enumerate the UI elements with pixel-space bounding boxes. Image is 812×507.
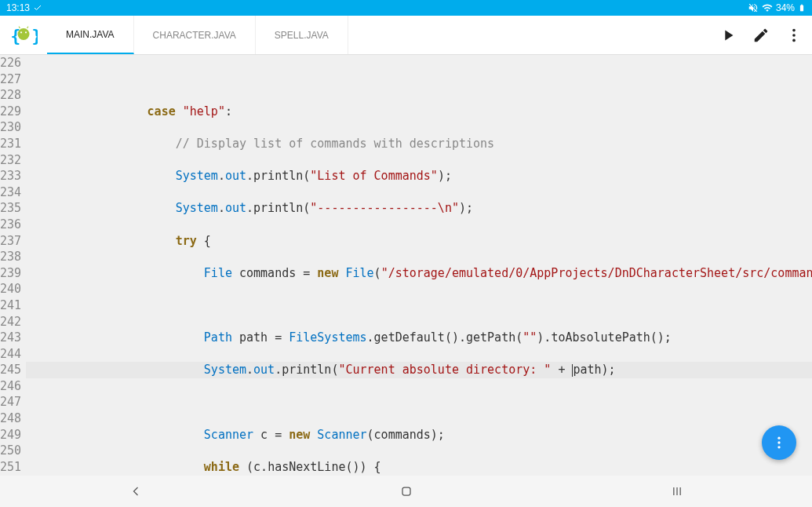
string: "help" — [183, 104, 225, 119]
line-number: 249 — [0, 427, 21, 443]
svg-point-9 — [792, 38, 796, 42]
line-number: 227 — [0, 71, 21, 88]
var: commands — [239, 266, 296, 280]
fab-more-button[interactable] — [762, 425, 796, 460]
svg-point-11 — [777, 441, 780, 443]
line-number: 234 — [0, 184, 21, 201]
method: getDefault — [374, 330, 445, 345]
battery-percent: 34% — [776, 2, 795, 13]
method: hasNextLine — [268, 460, 345, 474]
line-number: 232 — [0, 152, 21, 169]
battery-icon — [798, 2, 806, 13]
type: Scanner — [317, 428, 366, 442]
svg-point-3 — [25, 31, 27, 33]
svg-point-1 — [18, 28, 30, 40]
code-area[interactable]: case "help": // Display list of commands… — [26, 55, 812, 476]
line-number: 240 — [0, 281, 21, 297]
back-button[interactable] — [128, 483, 144, 499]
tab-character[interactable]: CHARACTER.JAVA — [134, 16, 256, 54]
line-number: 226 — [0, 55, 21, 71]
mute-icon — [748, 2, 759, 13]
line-number: 251 — [0, 459, 21, 476]
system-nav-bar — [0, 476, 812, 507]
tab-main-label: MAIN.JAVA — [66, 29, 115, 40]
string: "List of Commands" — [310, 169, 438, 183]
line-number: 250 — [0, 443, 21, 459]
keyword-new: new — [289, 428, 310, 442]
wifi-icon — [762, 2, 773, 13]
line-number: 237 — [0, 233, 21, 250]
line-number: 228 — [0, 87, 21, 104]
tab-spell-label: SPELL.JAVA — [275, 30, 329, 41]
line-number: 231 — [0, 136, 21, 152]
line-number: 241 — [0, 297, 21, 314]
string: "Current absolute directory: " — [338, 363, 551, 377]
var: path — [573, 363, 601, 377]
method: println — [253, 169, 303, 183]
app-icon[interactable]: { } — [9, 21, 38, 49]
method: println — [253, 201, 303, 215]
code-editor[interactable]: 2262272282292302312322332342352362372382… — [0, 55, 812, 476]
field: out — [225, 201, 246, 215]
line-number: 235 — [0, 200, 21, 217]
more-button[interactable] — [785, 27, 803, 44]
type: System — [176, 169, 218, 183]
var: c — [253, 460, 260, 474]
svg-point-10 — [777, 437, 780, 440]
line-number: 242 — [0, 314, 21, 330]
home-button[interactable] — [399, 483, 414, 499]
var: c — [260, 428, 268, 442]
line-number: 245 — [0, 362, 21, 378]
line-number: 246 — [0, 378, 21, 395]
status-bar: 13:13 34% — [0, 0, 812, 16]
line-number: 229 — [0, 104, 21, 120]
line-gutter: 2262272282292302312322332342352362372382… — [0, 55, 26, 476]
check-icon — [33, 3, 42, 13]
svg-point-2 — [20, 31, 22, 33]
status-time-area: 13:13 — [6, 2, 42, 13]
comment: // Display list of commands with descrip… — [176, 137, 494, 151]
method: println — [282, 363, 331, 377]
type: File — [204, 266, 232, 280]
line-number: 248 — [0, 410, 21, 427]
line-number: 230 — [0, 119, 21, 136]
line-number: 247 — [0, 394, 21, 410]
line-number: 239 — [0, 265, 21, 282]
keyword-new: new — [317, 266, 338, 280]
method: toAbsolutePath — [551, 330, 650, 345]
svg-point-12 — [777, 446, 780, 448]
type: Path — [204, 330, 232, 345]
type: FileSystems — [289, 330, 366, 345]
string: "-----------------\n" — [310, 201, 459, 215]
svg-point-7 — [792, 28, 796, 31]
string: "/storage/emulated/0/AppProjects/DnDChar… — [381, 266, 812, 280]
method: getPath — [466, 330, 515, 345]
svg-rect-13 — [402, 487, 410, 495]
edit-button[interactable] — [752, 27, 770, 44]
svg-line-5 — [27, 26, 29, 27]
tab-main[interactable]: MAIN.JAVA — [47, 16, 134, 54]
keyword-try: try — [176, 234, 197, 248]
field: out — [225, 169, 246, 183]
tab-bar: MAIN.JAVA CHARACTER.JAVA SPELL.JAVA — [47, 16, 719, 54]
line-number: 233 — [0, 168, 21, 184]
more-vert-icon — [771, 435, 787, 450]
tab-spell[interactable]: SPELL.JAVA — [256, 16, 348, 54]
line-number: 238 — [0, 249, 21, 265]
svg-point-8 — [792, 34, 796, 37]
tab-character-label: CHARACTER.JAVA — [153, 30, 236, 41]
toolbar: { } MAIN.JAVA CHARACTER.JAVA SPELL.JAVA — [0, 16, 812, 55]
type: System — [176, 201, 218, 215]
type: System — [204, 363, 246, 377]
line-number: 236 — [0, 217, 21, 233]
svg-text:}: } — [32, 26, 38, 45]
type: File — [345, 266, 373, 280]
var: commands — [374, 428, 431, 442]
string: "" — [523, 330, 537, 345]
recents-button[interactable] — [669, 483, 685, 499]
keyword-case: case — [147, 104, 176, 119]
line-number: 244 — [0, 346, 21, 363]
field: out — [253, 363, 275, 377]
run-button[interactable] — [719, 27, 737, 44]
var: path — [239, 330, 268, 345]
